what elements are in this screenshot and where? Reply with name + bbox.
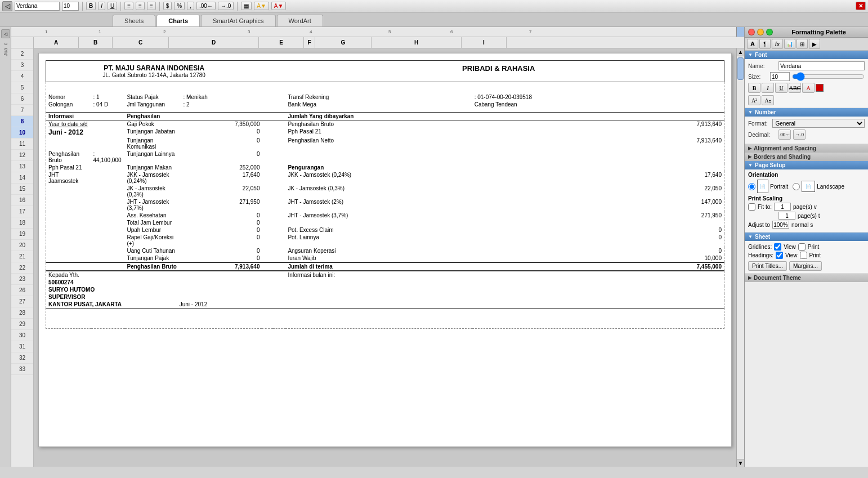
tab-smartart[interactable]: SmartArt Graphics (201, 15, 275, 26)
tun-pajak-label: Tunjangan Pajak (125, 254, 181, 262)
minimize-window-btn[interactable] (757, 29, 764, 35)
font-size-input[interactable] (62, 2, 79, 11)
normal-s-label: normal s (791, 222, 813, 228)
superscript-btn[interactable]: A² (748, 95, 760, 105)
left-icon-1[interactable]: ◁ (1, 29, 10, 38)
pages-v-input[interactable] (774, 203, 791, 211)
font-color-btn[interactable]: A▼ (271, 2, 287, 10)
tab-bar: Sheets Charts SmartArt Graphics WordArt (0, 12, 868, 27)
scroll-up-btn[interactable]: ▲ (737, 48, 744, 56)
col-header-i[interactable]: I (462, 37, 507, 48)
align-center-btn[interactable]: ≡ (136, 2, 145, 10)
palette-more-btn[interactable]: ▶ (809, 39, 820, 49)
align-right-btn[interactable]: ≡ (147, 2, 156, 10)
col-header-b[interactable]: B (79, 37, 113, 48)
col-header-g[interactable]: G (315, 37, 372, 48)
font-size-slider[interactable] (792, 73, 865, 81)
filler-23c (273, 254, 285, 262)
gridlines-print-checkbox[interactable] (798, 243, 806, 251)
left-nav-icon[interactable]: ◁ (2, 1, 12, 11)
comma-btn[interactable]: , (187, 2, 194, 10)
col-header-h[interactable]: H (372, 37, 462, 48)
format-select[interactable]: General (772, 119, 865, 128)
pages-v-label: page(s) v (793, 204, 817, 210)
print-titles-btn[interactable]: Print Titles... (748, 261, 787, 271)
palette-fx-btn[interactable]: fx (772, 39, 783, 49)
filler-12c (273, 137, 285, 150)
dec-increase-btn[interactable]: →.0 (793, 129, 806, 140)
font-name-field[interactable] (778, 61, 865, 70)
tab-wordart[interactable]: WordArt (277, 15, 323, 26)
borders-btn[interactable]: ▦ (241, 2, 252, 10)
subscript-btn[interactable]: A₂ (762, 95, 774, 105)
scroll-thumb[interactable] (737, 57, 744, 80)
landscape-radio[interactable] (793, 183, 800, 190)
increase-decimal-btn[interactable]: →.0 (218, 2, 234, 10)
sheet-section-header[interactable]: ▼ Sheet (745, 233, 868, 241)
fill-color-btn[interactable]: A▼ (254, 2, 269, 10)
spreadsheet-area: 1 1 2 3 4 5 6 7 A B C D E F G H I 2 (11, 27, 744, 467)
page-setup-section-header[interactable]: ▼ Page Setup (745, 161, 868, 169)
strikethrough-fmt-btn[interactable]: ABC (789, 83, 801, 93)
row-27: 27 (11, 296, 33, 307)
alignment-section-header[interactable]: ▶ Alignment and Spacing (745, 144, 868, 153)
underline-button[interactable]: U (108, 2, 117, 10)
number-section-header[interactable]: ▼ Number (745, 108, 868, 117)
pages-t-input[interactable] (778, 212, 795, 220)
filler-12 (46, 137, 125, 150)
landscape-option[interactable]: 📄 Landscape (793, 181, 844, 192)
close-window-btn[interactable] (748, 29, 755, 35)
bold-fmt-btn[interactable]: B (748, 83, 760, 93)
filler-27b (273, 271, 285, 279)
vscroll-top[interactable] (736, 27, 744, 37)
palette-table-btn[interactable]: ⊞ (797, 39, 808, 49)
headings-view-checkbox[interactable] (776, 252, 783, 259)
palette-para-btn[interactable]: ¶ (759, 39, 771, 49)
align-left-btn[interactable]: ≡ (124, 2, 133, 10)
palette-chart-btn[interactable]: 📊 (784, 39, 795, 49)
margins-btn[interactable]: Margins... (789, 261, 822, 271)
col-header-f[interactable]: F (304, 37, 315, 48)
tab-charts[interactable]: Charts (156, 15, 200, 26)
percent-btn[interactable]: % (174, 2, 185, 10)
color-a-btn[interactable]: A (802, 83, 815, 93)
row-12: 12 (11, 150, 33, 161)
font-name-input[interactable] (15, 2, 60, 11)
vertical-scrollbar[interactable]: ▲ ▼ (736, 48, 744, 467)
adjust-to-input[interactable] (772, 221, 789, 229)
borders-section-header[interactable]: ▶ Borders and Shading (745, 153, 868, 161)
angsuran-val: 0 (642, 247, 724, 254)
fit-to-checkbox[interactable] (748, 203, 755, 211)
scroll-down-btn[interactable]: ▼ (737, 459, 744, 467)
headings-print-checkbox[interactable] (800, 252, 807, 259)
tab-sheets[interactable]: Sheets (113, 15, 155, 26)
color-red[interactable] (816, 84, 824, 92)
col-header-a[interactable]: A (34, 37, 79, 48)
jml-tang-val: : 2 (181, 101, 262, 108)
palette-font-btn[interactable]: A (747, 39, 758, 49)
gridlines-view-checkbox[interactable] (774, 243, 781, 251)
underline-fmt-btn[interactable]: U (775, 83, 788, 93)
col-header-e[interactable]: E (259, 37, 304, 48)
row-17: 17 (11, 206, 33, 217)
document-theme-header[interactable]: ▶ Document Theme (745, 274, 868, 282)
portrait-radio[interactable] (748, 183, 755, 190)
maximize-window-btn[interactable] (766, 29, 773, 35)
portrait-option[interactable]: 📄 Portrait (748, 180, 788, 193)
row-28: 28 (11, 307, 33, 319)
document-area[interactable]: PT. MAJU SARANA INDONESIA JL. Gatot Subr… (34, 48, 736, 467)
close-btn[interactable]: ✕ (856, 2, 866, 10)
period-label: Juni - 2012 (46, 128, 125, 137)
col-header-c[interactable]: C (113, 37, 169, 48)
col-header-d[interactable]: D (169, 37, 259, 48)
decrease-decimal-btn[interactable]: .00← (196, 2, 216, 10)
italic-button[interactable]: I (98, 2, 105, 10)
font-size-row: Size: (748, 72, 865, 81)
currency-btn[interactable]: $ (163, 2, 172, 10)
dec-decrease-btn[interactable]: .00← (778, 129, 791, 140)
bold-button[interactable]: B (86, 2, 96, 10)
font-section-header[interactable]: ▼ Font (745, 51, 868, 59)
iuran-val: 10,000 (642, 254, 724, 262)
italic-fmt-btn[interactable]: I (762, 83, 774, 93)
font-size-field[interactable] (770, 72, 790, 81)
